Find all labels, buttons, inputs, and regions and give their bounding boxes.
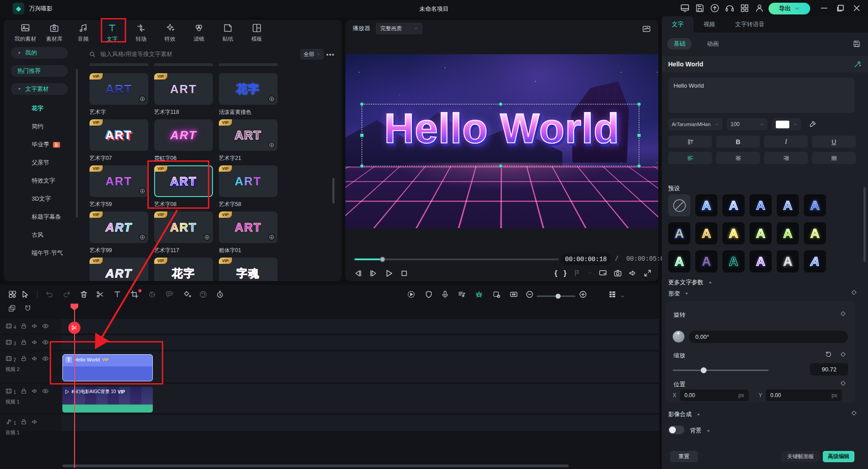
italic-button[interactable]: I — [764, 136, 808, 148]
text-preset[interactable]: A — [804, 222, 826, 244]
sidebar-item[interactable]: 文字素材 — [11, 83, 68, 95]
text-preset[interactable]: A — [804, 250, 826, 272]
support-icon[interactable] — [725, 3, 735, 13]
text-template-card[interactable]: ART VIP 艺术字21 — [219, 119, 278, 165]
text-template-card[interactable]: ART VIP 艺术字 — [90, 73, 148, 119]
text-template-card[interactable]: ART VIP — [90, 258, 148, 281]
position-x-field[interactable]: 0.00px — [680, 389, 749, 401]
inspector-scrollbar[interactable] — [863, 187, 866, 262]
record-voiceover-icon[interactable] — [441, 290, 449, 299]
text-template-card[interactable]: ART VIP 艺术字08 — [154, 165, 213, 211]
play-button[interactable] — [384, 269, 393, 278]
media-tab[interactable]: 文字 — [98, 20, 127, 46]
sidebar-item[interactable]: 花字 — [11, 101, 68, 116]
text-preset[interactable]: A — [750, 222, 772, 244]
text-preset[interactable]: A — [777, 194, 799, 216]
eyedropper-icon[interactable] — [808, 121, 816, 128]
visibility-icon[interactable] — [42, 323, 49, 329]
mark-out-button[interactable]: } — [564, 269, 566, 277]
timeline-horizontal-scrollbar[interactable] — [62, 464, 569, 467]
sidebar-item[interactable]: 特效文字 — [11, 174, 68, 188]
subtab-animation[interactable]: 动画 — [707, 40, 719, 48]
save-icon[interactable] — [695, 3, 705, 13]
minimize-button[interactable] — [819, 3, 829, 13]
lock-icon[interactable] — [20, 418, 27, 425]
mute-icon[interactable] — [31, 388, 38, 394]
reset-icon[interactable] — [825, 351, 832, 357]
export-button[interactable]: 导出 — [769, 3, 810, 14]
snapshot-button[interactable] — [613, 269, 622, 277]
media-tab[interactable]: 音频 — [69, 20, 98, 46]
text-selection-box[interactable] — [362, 104, 639, 166]
marker-dropdown-icon[interactable] — [588, 269, 592, 277]
keyframe-add-icon[interactable] — [183, 290, 191, 299]
text-template-card[interactable]: 花字 活泼蓝黄撞色 — [219, 73, 278, 119]
more-options-button[interactable]: ••• — [324, 51, 337, 58]
text-clip-hello-world[interactable]: T Hello World VIP — [62, 354, 153, 381]
lock-icon[interactable] — [20, 339, 27, 346]
tab-text-to-speech[interactable]: 文字转语音 — [725, 16, 774, 33]
timeline-ruler[interactable] — [61, 304, 659, 315]
crop-icon[interactable] — [130, 290, 139, 299]
mute-icon[interactable] — [31, 355, 38, 362]
download-icon[interactable] — [139, 95, 146, 103]
align-right-button[interactable] — [764, 152, 808, 164]
upload-icon[interactable] — [710, 3, 720, 13]
video-preview[interactable]: Hello World — [345, 54, 658, 228]
text-preset[interactable]: A — [668, 250, 690, 272]
handle-mid-right[interactable] — [637, 133, 641, 137]
mark-in-button[interactable]: { — [555, 269, 557, 277]
keyframe-panel-button[interactable]: 关键帧面板 — [781, 451, 820, 462]
filter-dropdown[interactable]: 全部 — [300, 49, 324, 60]
smart-cut-icon[interactable] — [475, 290, 483, 299]
volume-button[interactable] — [628, 269, 637, 277]
more-text-params[interactable]: 更多文字参数 — [668, 278, 712, 286]
grid-scrollbar[interactable] — [332, 178, 335, 203]
text-to-speech-icon[interactable] — [148, 290, 156, 299]
rotate-keyframe-icon[interactable]: ◇ — [840, 310, 846, 316]
advanced-edit-button[interactable]: 高级编辑 — [823, 451, 854, 462]
compositing-section-header[interactable]: 影像合成 — [668, 410, 701, 418]
reset-button[interactable]: 重置 — [670, 451, 698, 462]
download-icon[interactable] — [139, 188, 146, 195]
text-template-card[interactable]: ART VIP 艺术字118 — [154, 73, 213, 119]
render-preview-icon[interactable] — [642, 24, 651, 33]
text-template-card[interactable]: ART VIP 艺术字58 — [219, 165, 278, 211]
text-preset[interactable]: A — [777, 222, 799, 244]
download-icon[interactable] — [268, 141, 275, 149]
download-icon[interactable] — [203, 234, 211, 241]
text-template-card[interactable]: ART 霓虹字06 — [154, 119, 213, 165]
text-preset[interactable]: A — [722, 222, 745, 244]
font-color-dropdown[interactable] — [772, 118, 801, 130]
font-family-dropdown[interactable]: ArTarumianMHan — [668, 118, 722, 130]
sidebar-item[interactable]: 古风 — [11, 228, 68, 242]
maximize-button[interactable] — [835, 3, 845, 13]
ai-text-edit-icon[interactable] — [854, 60, 862, 68]
redo-icon[interactable] — [62, 290, 71, 299]
align-justify-button[interactable] — [812, 152, 856, 164]
lock-icon[interactable] — [20, 323, 27, 329]
handle-bottom-center[interactable] — [499, 164, 503, 168]
underline-button[interactable]: U — [812, 136, 856, 148]
text-preset[interactable]: A — [750, 194, 772, 216]
mute-track-icon[interactable] — [425, 290, 433, 299]
text-preset[interactable]: A — [722, 250, 745, 272]
keyframe-diamond-icon[interactable]: ◇ — [851, 289, 857, 295]
bold-button[interactable]: B — [716, 136, 760, 148]
position-keyframe-icon[interactable]: ◇ — [840, 380, 846, 386]
media-library-icon[interactable] — [8, 290, 17, 299]
track-4[interactable]: 4 — [0, 319, 659, 333]
rotate-dial[interactable] — [673, 331, 684, 342]
lock-icon[interactable] — [20, 355, 27, 362]
zoom-slider-handle[interactable] — [556, 294, 561, 299]
visibility-icon[interactable] — [42, 339, 49, 346]
sidebar-item[interactable]: 毕业季 新 — [11, 137, 68, 152]
download-icon[interactable] — [139, 234, 146, 241]
scale-value-field[interactable]: 90.72 — [810, 363, 848, 375]
visibility-icon[interactable] — [42, 388, 49, 394]
track-3[interactable]: 3 — [0, 335, 659, 350]
delete-icon[interactable] — [80, 290, 88, 299]
speech-to-text-icon[interactable] — [165, 290, 174, 299]
visibility-icon[interactable] — [42, 355, 49, 362]
text-preset[interactable]: A — [668, 222, 690, 244]
